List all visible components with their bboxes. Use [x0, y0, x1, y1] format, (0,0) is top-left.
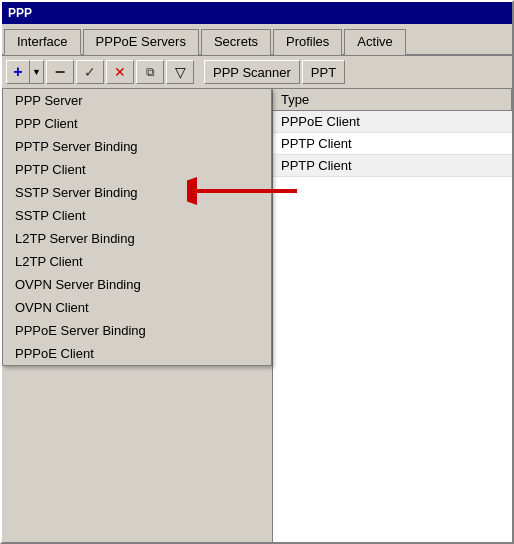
dropdown-item-l2tp-server-binding[interactable]: L2TP Server Binding	[3, 227, 271, 250]
chevron-down-icon: ▼	[32, 67, 41, 77]
check-icon: ✓	[84, 64, 96, 80]
copy-button[interactable]: ⧉	[136, 60, 164, 84]
enable-button[interactable]: ✓	[76, 60, 104, 84]
interface-table: Type PPPoE Client PPTP Client PPTP Clien…	[272, 89, 512, 542]
add-button[interactable]: +	[6, 60, 30, 84]
filter-button[interactable]: ▽	[166, 60, 194, 84]
ppp-scanner-button[interactable]: PPP Scanner	[204, 60, 300, 84]
table-row[interactable]: PPTP Client	[273, 155, 512, 177]
minus-icon: −	[55, 62, 66, 83]
table-row[interactable]: PPPoE Client	[273, 111, 512, 133]
tab-profiles[interactable]: Profiles	[273, 29, 342, 55]
filter-icon: ▽	[175, 64, 186, 80]
toolbar: + ▼ − ✓ ✕ ⧉ ▽ PPP Scanner	[2, 56, 512, 89]
dropdown-item-ovpn-client[interactable]: OVPN Client	[3, 296, 271, 319]
tab-pppoe-servers[interactable]: PPPoE Servers	[83, 29, 199, 55]
plus-icon: +	[13, 63, 22, 81]
dropdown-item-ppp-server[interactable]: PPP Server	[3, 89, 271, 112]
disable-button[interactable]: ✕	[106, 60, 134, 84]
tab-bar: Interface PPPoE Servers Secrets Profiles…	[2, 24, 512, 56]
dropdown-item-ovpn-server-binding[interactable]: OVPN Server Binding	[3, 273, 271, 296]
arrow-annotation	[187, 171, 307, 211]
add-button-group: + ▼	[6, 60, 44, 84]
tab-secrets[interactable]: Secrets	[201, 29, 271, 55]
add-type-dropdown: PPP Server PPP Client PPTP Server Bindin…	[2, 89, 272, 366]
ppp-window: PPP Interface PPPoE Servers Secrets Prof…	[0, 0, 514, 544]
dropdown-item-pptp-server-binding[interactable]: PPTP Server Binding	[3, 135, 271, 158]
dropdown-item-pppoe-client[interactable]: PPPoE Client	[3, 342, 271, 365]
dropdown-item-ppp-client[interactable]: PPP Client	[3, 112, 271, 135]
x-icon: ✕	[114, 64, 126, 80]
table-row[interactable]: PPTP Client	[273, 133, 512, 155]
copy-icon: ⧉	[146, 65, 155, 79]
content-area: PPP Server PPP Client PPTP Server Bindin…	[2, 89, 512, 542]
tab-active[interactable]: Active	[344, 29, 405, 55]
type-column-header: Type	[273, 89, 512, 111]
add-dropdown-arrow[interactable]: ▼	[30, 60, 44, 84]
tab-interface[interactable]: Interface	[4, 29, 81, 55]
window-title: PPP	[8, 6, 32, 20]
remove-button[interactable]: −	[46, 60, 74, 84]
title-bar: PPP	[2, 2, 512, 24]
dropdown-item-l2tp-client[interactable]: L2TP Client	[3, 250, 271, 273]
pointing-arrow-icon	[187, 171, 307, 211]
ppt-button[interactable]: PPT	[302, 60, 345, 84]
dropdown-item-pppoe-server-binding[interactable]: PPPoE Server Binding	[3, 319, 271, 342]
